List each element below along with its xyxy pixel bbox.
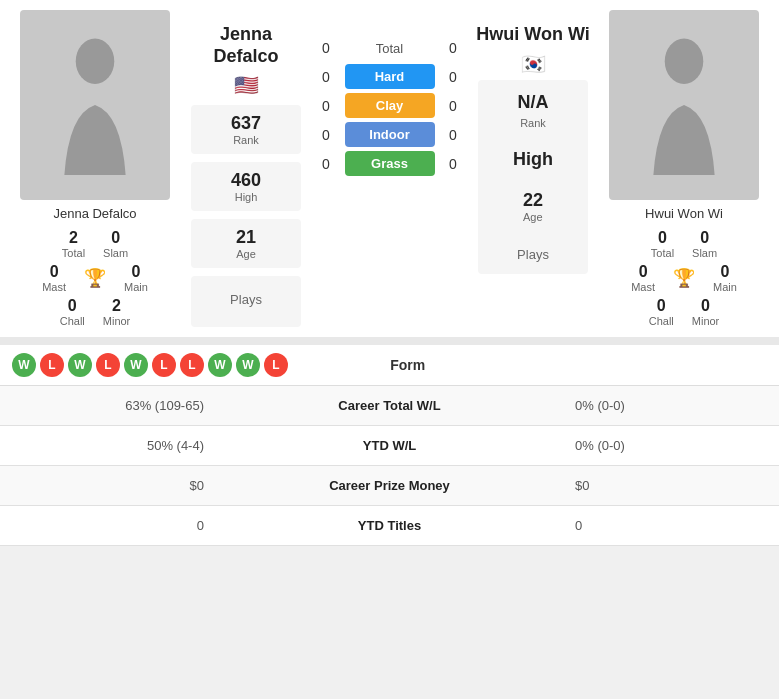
court-left-2: 0 (316, 127, 336, 143)
table-row: 0 YTD Titles 0 (0, 506, 779, 546)
court-rows: 0 Hard 0 0 Clay 0 0 Indoor 0 0 Grass 0 (316, 64, 463, 180)
left-silhouette (20, 10, 170, 200)
right-center-stats: Hwui Won Wi 🇰🇷 N/A Rank High 22 Age Play… (473, 10, 593, 327)
form-badges: WLWLWLLWWL (12, 353, 288, 377)
stats-table: 63% (109-65) Career Total W/L 0% (0-0) 5… (0, 386, 779, 546)
right-player-card: Hwui Won Wi 0 Total 0 Slam 0 Mast 🏆 0 (599, 10, 769, 327)
total-row: 0 Total 0 (316, 40, 463, 56)
court-btn-grass[interactable]: Grass (345, 151, 435, 176)
left-mast-lbl: Mast (42, 281, 66, 293)
left-stats-row3: 0 Chall 2 Minor (60, 297, 131, 327)
left-total-lbl: Total (62, 247, 85, 259)
right-main-val: 0 (720, 263, 729, 281)
left-player-header: Jenna Defalco (186, 24, 306, 67)
form-badge-6: L (180, 353, 204, 377)
right-total-cell: 0 Total (651, 229, 674, 259)
right-total-lbl: Total (651, 247, 674, 259)
left-slam-val: 0 (111, 229, 120, 247)
left-total-cell: 2 Total (62, 229, 85, 259)
table-right-2: $0 (559, 466, 779, 506)
player-section: Jenna Defalco 2 Total 0 Slam 0 Mast 🏆 (0, 0, 779, 337)
left-slam-cell: 0 Slam (103, 229, 128, 259)
court-row-grass: 0 Grass 0 (316, 151, 463, 176)
total-label: Total (336, 41, 443, 56)
table-row: $0 Career Prize Money $0 (0, 466, 779, 506)
right-slam-cell: 0 Slam (692, 229, 717, 259)
court-btn-hard[interactable]: Hard (345, 64, 435, 89)
right-total-val: 0 (658, 229, 667, 247)
left-player-card: Jenna Defalco 2 Total 0 Slam 0 Mast 🏆 (10, 10, 180, 327)
right-player-name: Hwui Won Wi (645, 206, 723, 221)
table-left-3: 0 (0, 506, 220, 546)
left-rank-box: 637 Rank (191, 105, 301, 154)
left-high-lbl: High (195, 191, 297, 203)
left-center-stats: Jenna Defalco 🇺🇸 637 Rank 460 High 21 Ag… (186, 10, 306, 327)
right-silhouette (609, 10, 759, 200)
left-player-name: Jenna Defalco (53, 206, 136, 221)
svg-point-1 (665, 39, 704, 85)
form-badge-4: W (124, 353, 148, 377)
right-chall-cell: 0 Chall (649, 297, 674, 327)
table-right-1: 0% (0-0) (559, 426, 779, 466)
right-chall-lbl: Chall (649, 315, 674, 327)
left-mast-val: 0 (50, 263, 59, 281)
right-plays-lbl: Plays (517, 247, 549, 262)
main-container: Jenna Defalco 2 Total 0 Slam 0 Mast 🏆 (0, 0, 779, 546)
left-age-lbl: Age (195, 248, 297, 260)
table-right-3: 0 (559, 506, 779, 546)
right-age-val: 22 (523, 190, 543, 211)
total-left-score: 0 (316, 40, 336, 56)
left-minor-lbl: Minor (103, 315, 131, 327)
stats-tbody: 63% (109-65) Career Total W/L 0% (0-0) 5… (0, 386, 779, 546)
table-row: 50% (4-4) YTD W/L 0% (0-0) (0, 426, 779, 466)
table-center-3: YTD Titles (220, 506, 559, 546)
right-stats-row3: 0 Chall 0 Minor (649, 297, 720, 327)
left-rank-val: 637 (195, 113, 297, 134)
right-player-photo (609, 10, 759, 200)
left-chall-lbl: Chall (60, 315, 85, 327)
right-mast-lbl: Mast (631, 281, 655, 293)
left-flag: 🇺🇸 (234, 73, 259, 97)
divider (0, 337, 779, 345)
right-rank-lbl: Rank (520, 117, 546, 129)
form-label: Form (288, 357, 528, 373)
table-left-1: 50% (4-4) (0, 426, 220, 466)
court-row-clay: 0 Clay 0 (316, 93, 463, 118)
right-mast-cell: 0 Mast (631, 263, 655, 293)
left-plays-box: Plays (191, 276, 301, 327)
table-right-0: 0% (0-0) (559, 386, 779, 426)
left-stats-row1: 2 Total 0 Slam (62, 229, 128, 259)
left-trophy-icon: 🏆 (84, 267, 106, 289)
court-btn-indoor[interactable]: Indoor (345, 122, 435, 147)
right-minor-lbl: Minor (692, 315, 720, 327)
table-left-0: 63% (109-65) (0, 386, 220, 426)
right-age-lbl: Age (523, 211, 543, 223)
svg-point-0 (76, 39, 115, 85)
left-player-photo (20, 10, 170, 200)
court-btn-clay[interactable]: Clay (345, 93, 435, 118)
right-stats-panel: N/A Rank High 22 Age Plays (478, 80, 588, 274)
court-row-hard: 0 Hard 0 (316, 64, 463, 89)
form-badge-9: L (264, 353, 288, 377)
right-main-cell: 0 Main (713, 263, 737, 293)
court-left-0: 0 (316, 69, 336, 85)
right-rank-val: N/A (518, 92, 549, 113)
left-age-val: 21 (195, 227, 297, 248)
left-main-cell: 0 Main (124, 263, 148, 293)
right-player-header: Hwui Won Wi (476, 24, 589, 46)
left-main-lbl: Main (124, 281, 148, 293)
form-section: WLWLWLLWWL Form (0, 345, 779, 386)
form-badge-5: L (152, 353, 176, 377)
right-flag: 🇰🇷 (521, 52, 546, 76)
right-minor-val: 0 (701, 297, 710, 315)
right-trophy-icon: 🏆 (673, 267, 695, 289)
court-right-2: 0 (443, 127, 463, 143)
table-center-0: Career Total W/L (220, 386, 559, 426)
court-right-1: 0 (443, 98, 463, 114)
form-badge-0: W (12, 353, 36, 377)
left-mast-cell: 0 Mast (42, 263, 66, 293)
left-chall-val: 0 (68, 297, 77, 315)
right-high-val: High (513, 149, 553, 170)
left-high-val: 460 (195, 170, 297, 191)
table-center-2: Career Prize Money (220, 466, 559, 506)
